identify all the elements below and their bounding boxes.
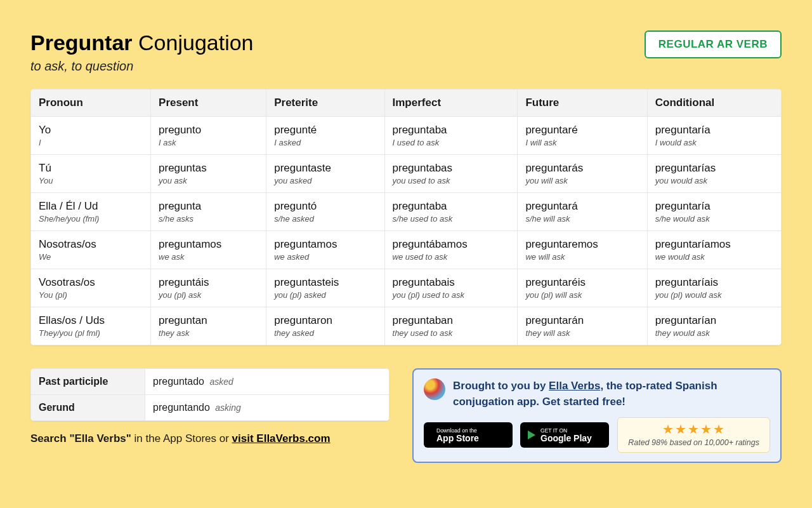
conjugation-cell: preguntaríamoswe would ask xyxy=(647,231,781,269)
column-header: Conditional xyxy=(647,90,781,117)
conjugation-cell: preguntaríasyou would ask xyxy=(647,155,781,193)
promo-box: Brought to you by Ella Verbs, the top-ra… xyxy=(412,368,782,463)
column-header: Imperfect xyxy=(384,90,518,117)
conjugation-cell: preguntaríaI would ask xyxy=(647,117,781,155)
rating-text: Rated 98% based on 10,000+ ratings xyxy=(628,438,759,447)
conjugation-cell: preguntarásyou will ask xyxy=(518,155,647,193)
participle-table: Past participle preguntado asked Gerund … xyxy=(30,368,390,421)
conjugation-cell: preguntéI asked xyxy=(266,117,384,155)
conjugation-cell: preguntaréI will ask xyxy=(518,117,647,155)
bottom-section: Past participle preguntado asked Gerund … xyxy=(30,368,782,463)
conjugation-cell: preguntamoswe ask xyxy=(151,231,266,269)
conjugation-cell: preguntasteyou asked xyxy=(266,155,384,193)
conjugation-cell: preguntamoswe asked xyxy=(266,231,384,269)
column-header: Preterite xyxy=(266,90,384,117)
column-header: Pronoun xyxy=(31,90,151,117)
conjugation-cell: preguntarás/he will ask xyxy=(518,193,647,231)
column-header: Future xyxy=(518,90,647,117)
conjugation-cell: preguntaríaisyou (pl) would ask xyxy=(647,269,781,307)
table-row: YoIpreguntoI askpreguntéI askedpreguntab… xyxy=(31,117,782,155)
search-note: Search "Ella Verbs" in the App Stores or… xyxy=(30,432,390,445)
conjugation-cell: preguntabas/he used to ask xyxy=(384,193,518,231)
table-row: Past participle preguntado asked xyxy=(31,369,390,395)
title-block: Preguntar Conjugation to ask, to questio… xyxy=(30,30,254,74)
search-bold: Search "Ella Verbs" xyxy=(30,432,131,444)
conjugation-cell: preguntaremoswe will ask xyxy=(518,231,647,269)
promo-top: Brought to you by Ella Verbs, the top-ra… xyxy=(424,378,770,410)
table-row: Nosotras/osWepreguntamoswe askpreguntamo… xyxy=(31,231,782,269)
app-store-button[interactable]: Download on theApp Store xyxy=(424,422,513,448)
conjugation-cell: Vosotras/osYou (pl) xyxy=(31,269,151,307)
title-suffix: Conjugation xyxy=(133,30,254,55)
verb-name: Preguntar xyxy=(30,30,133,55)
column-header: Present xyxy=(151,90,266,117)
table-row: Vosotras/osYou (pl)preguntáisyou (pl) as… xyxy=(31,269,782,307)
visit-link[interactable]: visit EllaVerbs.com xyxy=(232,432,331,444)
search-rest: in the App Stores or xyxy=(131,432,232,444)
conjugation-cell: YoI xyxy=(31,117,151,155)
conjugation-cell: Ella / Él / UdShe/he/you (fml) xyxy=(31,193,151,231)
conjugation-cell: preguntábamoswe used to ask xyxy=(384,231,518,269)
conjugation-cell: TúYou xyxy=(31,155,151,193)
conjugation-cell: Nosotras/osWe xyxy=(31,231,151,269)
google-play-button[interactable]: GET IT ONGoogle Play xyxy=(520,422,609,448)
conjugation-cell: preguntabanthey used to ask xyxy=(384,307,518,345)
left-column: Past participle preguntado asked Gerund … xyxy=(30,368,390,445)
conjugation-cell: preguntarías/he would ask xyxy=(647,193,781,231)
page-title: Preguntar Conjugation xyxy=(30,30,254,55)
star-icons: ★★★★★ xyxy=(628,422,759,437)
conjugation-cell: preguntasteisyou (pl) asked xyxy=(266,269,384,307)
promo-buttons: Download on theApp Store GET IT ONGoogle… xyxy=(424,417,770,453)
conjugation-cell: preguntabaisyou (pl) used to ask xyxy=(384,269,518,307)
conjugation-cell: preguntós/he asked xyxy=(266,193,384,231)
conjugation-cell: preguntaríanthey would ask xyxy=(647,307,781,345)
conjugation-cell: preguntabaI used to ask xyxy=(384,117,518,155)
past-participle-label: Past participle xyxy=(31,369,145,395)
gerund-label: Gerund xyxy=(31,395,145,421)
play-icon xyxy=(528,431,535,439)
table-row: Ella / Él / UdShe/he/you (fml)preguntas/… xyxy=(31,193,782,231)
table-row: Ellas/os / UdsThey/you (pl fml)preguntan… xyxy=(31,307,782,345)
conjugation-cell: preguntaronthey asked xyxy=(266,307,384,345)
promo-text: Brought to you by Ella Verbs, the top-ra… xyxy=(453,378,770,410)
conjugation-cell: preguntasyou ask xyxy=(151,155,266,193)
conjugation-cell: preguntaréisyou (pl) will ask xyxy=(518,269,647,307)
app-logo-icon xyxy=(424,378,445,400)
table-row: TúYoupreguntasyou askpreguntasteyou aske… xyxy=(31,155,782,193)
table-row: Gerund preguntando asking xyxy=(31,395,390,421)
conjugation-cell: preguntaránthey will ask xyxy=(518,307,647,345)
conjugation-cell: Ellas/os / UdsThey/you (pl fml) xyxy=(31,307,151,345)
conjugation-cell: preguntáisyou (pl) ask xyxy=(151,269,266,307)
conjugation-cell: preguntas/he asks xyxy=(151,193,266,231)
rating-box: ★★★★★ Rated 98% based on 10,000+ ratings xyxy=(617,417,770,453)
ella-verbs-link[interactable]: Ella Verbs xyxy=(549,380,600,392)
conjugation-cell: preguntanthey ask xyxy=(151,307,266,345)
conjugation-table: PronounPresentPreteriteImperfectFutureCo… xyxy=(30,89,782,345)
verb-type-badge: REGULAR AR VERB xyxy=(645,30,782,58)
page-header: Preguntar Conjugation to ask, to questio… xyxy=(30,30,782,74)
past-participle-value: preguntado asked xyxy=(145,369,390,395)
gerund-value: preguntando asking xyxy=(145,395,390,421)
conjugation-cell: preguntabasyou used to ask xyxy=(384,155,518,193)
conjugation-cell: preguntoI ask xyxy=(151,117,266,155)
verb-translation: to ask, to question xyxy=(30,59,254,74)
